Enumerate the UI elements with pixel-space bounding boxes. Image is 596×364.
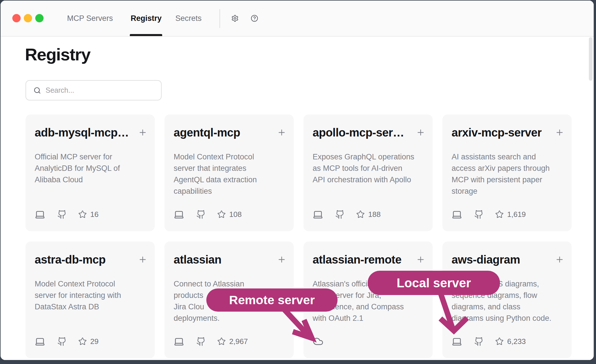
server-name: adb-mysql-mcp…	[35, 126, 129, 139]
server-card-aws-diagram[interactable]: aws-diagram Generate AWS diagrams,sequen…	[442, 242, 572, 358]
laptop-icon	[313, 209, 323, 220]
page-title: Registry	[25, 45, 90, 64]
settings-gear-icon[interactable]	[231, 15, 239, 22]
add-server-button[interactable]	[416, 128, 425, 137]
star-count: 16	[90, 210, 99, 219]
star-icon	[356, 210, 365, 219]
server-card-apollo-mcp-server[interactable]: apollo-mcp-ser… Exposes GraphQL operatio…	[303, 114, 433, 231]
server-name: atlassian	[174, 253, 221, 266]
star-count: 188	[368, 210, 381, 219]
window-close-button[interactable]	[12, 14, 21, 22]
add-server-button[interactable]	[277, 255, 286, 264]
laptop-icon	[174, 209, 184, 220]
star-icon	[217, 210, 226, 219]
star-count: 6,233	[507, 337, 526, 346]
star-icon	[217, 337, 226, 346]
github-icon[interactable]	[196, 337, 206, 346]
star-count: 1,619	[507, 210, 526, 219]
star-icon	[495, 210, 504, 219]
star-count: 29	[90, 337, 99, 346]
add-server-button[interactable]	[138, 128, 147, 137]
server-name: atlassian-remote	[313, 253, 401, 266]
tab-secrets[interactable]: Secrets	[175, 14, 202, 23]
local-server-callout: Local server	[368, 271, 500, 295]
add-server-button[interactable]	[555, 255, 564, 264]
window-minimize-button[interactable]	[24, 14, 32, 22]
laptop-icon	[452, 209, 462, 220]
window-zoom-button[interactable]	[35, 14, 44, 22]
star-icon	[78, 337, 87, 346]
server-name: aws-diagram	[452, 253, 520, 266]
toolbar: MCP Servers Registry Secrets	[1, 1, 594, 37]
add-server-button[interactable]	[277, 128, 286, 137]
help-icon[interactable]	[251, 15, 258, 22]
server-description: Exposes GraphQL operationsas MCP tools f…	[313, 151, 425, 185]
star-count: 108	[229, 210, 242, 219]
star-icon	[78, 210, 87, 219]
server-name: agentql-mcp	[174, 126, 240, 139]
star-count: 2,967	[229, 337, 248, 346]
server-name: arxiv-mcp-server	[452, 126, 542, 139]
github-icon[interactable]	[474, 337, 484, 346]
app-window: MCP Servers Registry Secrets Registry	[1, 1, 594, 360]
server-description: AI assistants search andaccess arXiv pap…	[452, 151, 564, 197]
laptop-icon	[174, 336, 184, 347]
server-name: apollo-mcp-ser…	[313, 126, 404, 139]
github-icon[interactable]	[196, 210, 206, 219]
laptop-icon	[35, 209, 45, 220]
cloud-icon	[313, 336, 324, 347]
server-card-arxiv-mcp-server[interactable]: arxiv-mcp-server AI assistants search an…	[442, 114, 572, 231]
scrollbar-thumb[interactable]	[589, 37, 593, 81]
server-description: Model Context Protocolserver that integr…	[174, 151, 286, 197]
server-card-astra-db-mcp[interactable]: astra-db-mcp Model Context Protocolserve…	[26, 242, 155, 358]
github-icon[interactable]	[335, 210, 345, 219]
search-icon	[34, 87, 41, 94]
server-description: Official MCP server forAnalyticDB for My…	[35, 151, 147, 185]
server-name: astra-db-mcp	[35, 253, 105, 266]
server-card-agentql-mcp[interactable]: agentql-mcp Model Context Protocolserver…	[164, 114, 294, 231]
server-description: Model Context Protocolserver for interac…	[35, 278, 147, 312]
laptop-icon	[452, 336, 462, 347]
add-server-button[interactable]	[138, 255, 147, 264]
active-tab-underline	[130, 34, 162, 36]
tab-registry[interactable]: Registry	[131, 14, 162, 23]
add-server-button[interactable]	[416, 255, 425, 264]
remote-server-callout: Remote server	[206, 288, 338, 312]
github-icon[interactable]	[57, 210, 67, 219]
github-icon[interactable]	[474, 210, 484, 219]
star-icon	[495, 337, 504, 346]
github-icon[interactable]	[57, 337, 67, 346]
server-card-adb-mysql-mcp[interactable]: adb-mysql-mcp… Official MCP server forAn…	[26, 114, 155, 231]
tab-mcp-servers[interactable]: MCP Servers	[67, 14, 113, 23]
laptop-icon	[35, 336, 45, 347]
toolbar-divider	[219, 9, 220, 28]
server-card-grid: adb-mysql-mcp… Official MCP server forAn…	[26, 114, 572, 358]
add-server-button[interactable]	[555, 128, 564, 137]
search-box[interactable]	[26, 80, 162, 100]
search-input[interactable]	[46, 81, 157, 100]
